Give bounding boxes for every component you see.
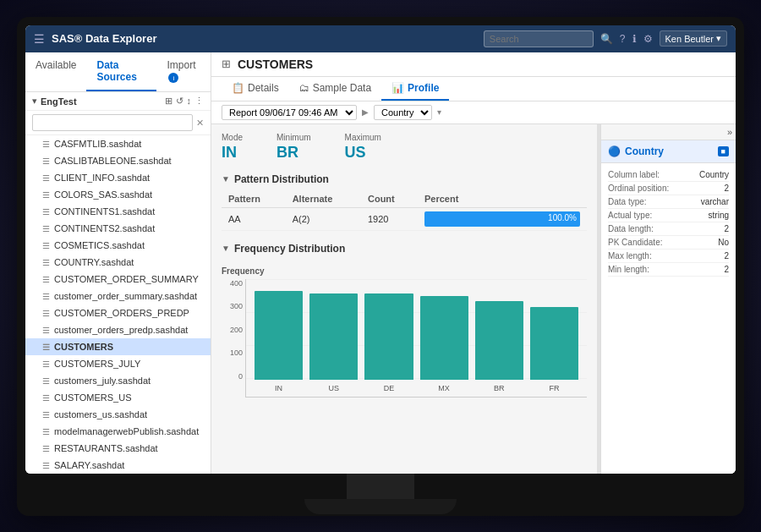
info-key: PK Candidate: — [608, 238, 663, 247]
sidebar-item[interactable]: ☰CUSTOMER_ORDERS_PREDP — [25, 304, 211, 321]
item-icon: ☰ — [42, 427, 50, 436]
sidebar-tab-import[interactable]: Import i — [156, 52, 211, 92]
more-icon[interactable]: ⋮ — [194, 96, 204, 107]
sidebar-item[interactable]: ☰CASFMTLIB.sashdat — [25, 135, 211, 152]
pattern-table: Pattern Alternate Count Percent AA A(2) … — [222, 190, 587, 231]
bar-group[interactable] — [255, 278, 303, 380]
sidebar-item[interactable]: ☰COUNTRY.sashdat — [25, 254, 211, 271]
sidebar-item[interactable]: ☰CLIENT_INFO.sashdat — [25, 169, 211, 186]
freq-section-header[interactable]: ▼ Frequency Distribution — [222, 243, 587, 255]
item-icon: ☰ — [42, 309, 50, 318]
search-icon[interactable]: 🔍 — [600, 33, 613, 45]
profile-icon: 📊 — [391, 82, 404, 94]
tab-profile[interactable]: 📊 Profile — [381, 77, 449, 101]
refresh-icon[interactable]: ↺ — [176, 96, 183, 107]
bar[interactable] — [420, 296, 468, 380]
column-select[interactable]: Country — [374, 105, 432, 120]
info-val: 2 — [724, 184, 729, 193]
item-icon: ☰ — [42, 173, 50, 183]
side-info-rows: Column label:CountryOrdinal position:2Da… — [601, 163, 736, 282]
sidebar-item[interactable]: ☰CONTINENTS1.sashdat — [25, 203, 211, 220]
sidebar-item[interactable]: ☰customer_order_summary.sashdat — [25, 288, 211, 304]
bar[interactable] — [475, 301, 523, 380]
x-label: MX — [420, 384, 468, 392]
collapse-icon[interactable]: » — [727, 127, 732, 137]
item-icon: ☰ — [42, 410, 50, 420]
sidebar-search-area: ✕ — [25, 111, 211, 135]
tab-details[interactable]: 📋 Details — [222, 77, 289, 101]
settings-icon[interactable]: ⚙ — [643, 33, 653, 45]
side-info-row: Max length:2 — [608, 250, 729, 263]
bar[interactable] — [255, 291, 303, 380]
item-label: CUSTOMERS_US — [54, 392, 131, 403]
user-button[interactable]: Ken Beutler ▾ — [660, 30, 727, 47]
bar[interactable] — [530, 307, 578, 380]
bar[interactable] — [364, 293, 413, 379]
sample-icon: 🗂 — [299, 82, 309, 94]
info-icon[interactable]: ℹ — [632, 33, 637, 45]
side-info-row: Column label:Country — [608, 168, 729, 182]
sidebar-item[interactable]: ☰COSMETICS.sashdat — [25, 237, 211, 254]
search-input[interactable] — [484, 30, 594, 47]
bar-group[interactable] — [420, 278, 468, 380]
sidebar-item[interactable]: ☰CASLIBTABLEONE.sashdat — [25, 152, 211, 169]
item-label: CUSTOMERS — [54, 342, 113, 352]
info-panel-icon: 🔵 — [608, 145, 621, 157]
item-label: modelmanagerwebPublish.sashdat — [54, 426, 199, 436]
panel-divider[interactable] — [597, 124, 600, 474]
pattern-section-header[interactable]: ▼ Pattern Distribution — [222, 173, 587, 185]
sidebar-item[interactable]: ☰RESTAURANTS.sashdat — [25, 440, 211, 457]
sidebar-tab-available[interactable]: Available — [25, 52, 86, 92]
item-icon: ☰ — [42, 376, 50, 386]
freq-section-label: Frequency Distribution — [234, 243, 345, 255]
chevron-down-icon: ▾ — [716, 33, 721, 44]
report-date-select[interactable]: Report 09/06/17 09:46 AM — [222, 105, 357, 120]
cell-alternate: A(2) — [286, 207, 361, 230]
side-info-row: Data length:2 — [608, 222, 729, 236]
filter-icon[interactable]: ⊞ — [165, 96, 172, 107]
sidebar-tab-data-sources[interactable]: Data Sources — [86, 52, 156, 92]
sort-icon[interactable]: ↕ — [187, 96, 192, 107]
stat-mode-label: Mode — [222, 133, 243, 142]
bar-group[interactable] — [530, 278, 578, 380]
item-icon: ☰ — [42, 292, 50, 301]
info-key: Column label: — [608, 170, 660, 179]
sidebar-item[interactable]: ☰CONTINENTS2.sashdat — [25, 220, 211, 237]
sidebar-item[interactable]: ☰CUSTOMER_ORDER_SUMMARY — [25, 271, 211, 288]
item-icon: ☰ — [42, 140, 50, 149]
y-tick-200: 200 — [230, 326, 243, 334]
sidebar-item[interactable]: ☰customers_us.sashdat — [25, 406, 211, 423]
sidebar-search-btn[interactable]: ✕ — [196, 118, 204, 129]
sidebar-item[interactable]: ☰CUSTOMERS_US — [25, 389, 211, 406]
panel-header: ⊞ CUSTOMERS — [211, 52, 736, 77]
folder-arrow[interactable]: ▾ — [32, 96, 37, 107]
item-label: CONTINENTS2.sashdat — [54, 223, 155, 233]
freq-chart-area: Frequency 400 300 200 100 0 — [222, 260, 587, 404]
table-row: AA A(2) 1920 100.0% — [222, 207, 587, 230]
sidebar-item[interactable]: ☰modelmanagerwebPublish.sashdat — [25, 423, 211, 440]
column-chevron-icon: ▾ — [437, 107, 441, 117]
hamburger-icon[interactable]: ☰ — [34, 32, 45, 46]
sidebar-item[interactable]: ☰CUSTOMERS_JULY — [25, 355, 211, 372]
sidebar-item[interactable]: ☰CUSTOMERS — [25, 338, 211, 355]
sidebar-item[interactable]: ☰SALARY.sashdat — [25, 457, 211, 474]
panel-title: CUSTOMERS — [238, 58, 313, 71]
bar[interactable] — [309, 293, 358, 380]
bar-group[interactable] — [475, 278, 523, 380]
stat-min-value: BR — [276, 144, 311, 162]
sidebar-item[interactable]: ☰customers_july.sashdat — [25, 372, 211, 389]
tab-sample-data[interactable]: 🗂 Sample Data — [289, 77, 381, 101]
bar-group[interactable] — [364, 278, 413, 380]
side-info-title: Country — [625, 145, 714, 157]
sidebar-item[interactable]: ☰COLORS_SAS.sashdat — [25, 186, 211, 203]
sidebar-item[interactable]: ☰customer_orders_predp.sashdat — [25, 321, 211, 338]
y-axis: 400 300 200 100 0 — [222, 279, 245, 398]
side-info-row: Min length:2 — [608, 263, 729, 277]
bar-group[interactable] — [309, 278, 358, 380]
freq-toggle-icon: ▼ — [222, 244, 230, 253]
help-icon[interactable]: ? — [620, 33, 626, 45]
right-panel: ⊞ CUSTOMERS 📋 Details 🗂 Sample Data — [211, 52, 736, 474]
item-label: customers_us.sashdat — [54, 409, 147, 420]
item-label: CASLIBTABLEONE.sashdat — [54, 156, 172, 166]
sidebar-search-input[interactable] — [32, 114, 193, 131]
